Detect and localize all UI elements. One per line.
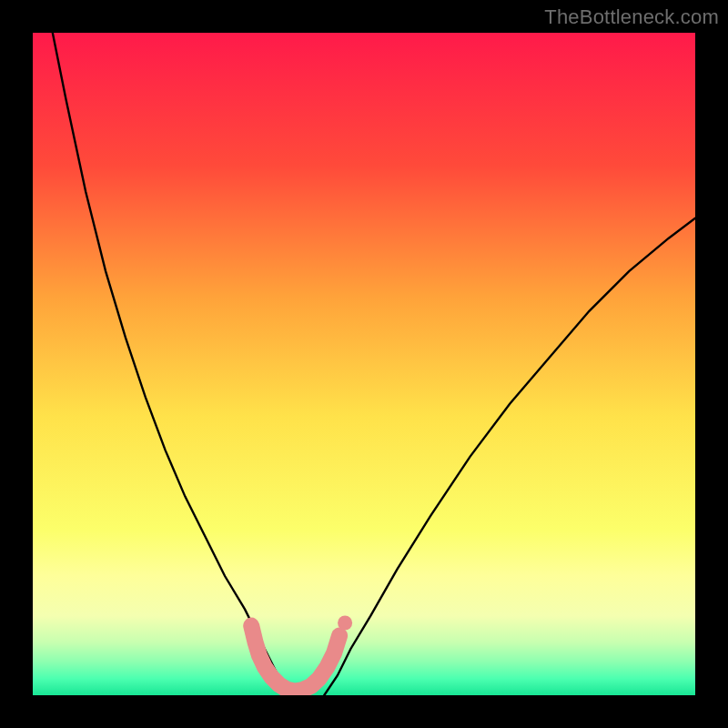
chart-svg <box>33 33 695 695</box>
chart-background <box>33 33 695 695</box>
marker-dot <box>338 616 352 631</box>
chart-frame: TheBottleneck.com <box>0 0 728 728</box>
chart-plot-area <box>33 33 695 695</box>
watermark-text: TheBottleneck.com <box>544 5 719 29</box>
